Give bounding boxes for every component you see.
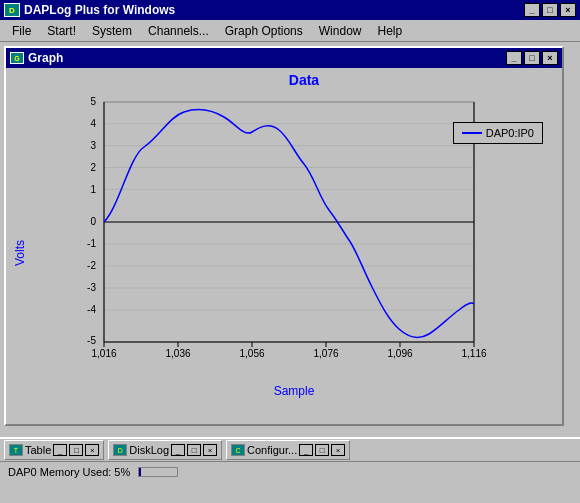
menu-window[interactable]: Window: [311, 22, 370, 40]
chart-title: Data: [50, 72, 558, 88]
disklog-icon: D: [113, 444, 127, 456]
status-progress-bar: [138, 467, 178, 477]
taskbar-table[interactable]: T Table _ □ ×: [4, 440, 104, 460]
chart-container: Volts DAP0:IP0: [10, 92, 558, 424]
graph-title-controls: _ □ ×: [506, 51, 558, 65]
disklog-restore-btn[interactable]: □: [187, 444, 201, 456]
legend-line: [462, 132, 482, 134]
config-restore-btn[interactable]: □: [315, 444, 329, 456]
status-progress-fill: [139, 468, 141, 476]
svg-text:-2: -2: [87, 260, 96, 271]
graph-minimize-button[interactable]: _: [506, 51, 522, 65]
config-icon: C: [231, 444, 245, 456]
close-button[interactable]: ×: [560, 3, 576, 17]
graph-close-button[interactable]: ×: [542, 51, 558, 65]
menu-file[interactable]: File: [4, 22, 39, 40]
svg-text:-1: -1: [87, 238, 96, 249]
svg-text:5: 5: [90, 96, 96, 107]
disklog-close-btn[interactable]: ×: [203, 444, 217, 456]
table-minimize-btn[interactable]: _: [53, 444, 67, 456]
svg-text:1,036: 1,036: [165, 348, 190, 359]
graph-title-bar: G Graph _ □ ×: [6, 48, 562, 68]
graph-icon: G: [10, 52, 24, 64]
svg-text:1,016: 1,016: [91, 348, 116, 359]
taskbar-config-label: Configur...: [247, 444, 297, 456]
menu-channels[interactable]: Channels...: [140, 22, 217, 40]
taskbar: T Table _ □ × D DiskLog _ □ × C Configur…: [0, 437, 580, 461]
svg-text:1,076: 1,076: [313, 348, 338, 359]
svg-text:1,056: 1,056: [239, 348, 264, 359]
config-minimize-btn[interactable]: _: [299, 444, 313, 456]
svg-text:-3: -3: [87, 282, 96, 293]
menu-help[interactable]: Help: [369, 22, 410, 40]
svg-text:-5: -5: [87, 335, 96, 346]
maximize-button[interactable]: □: [542, 3, 558, 17]
status-bar: DAP0 Memory Used: 5%: [0, 461, 580, 481]
menu-start[interactable]: Start!: [39, 22, 84, 40]
x-axis-label: Sample: [30, 384, 558, 398]
taskbar-disklog[interactable]: D DiskLog _ □ ×: [108, 440, 222, 460]
svg-text:1: 1: [90, 184, 96, 195]
svg-text:4: 4: [90, 118, 96, 129]
svg-text:2: 2: [90, 162, 96, 173]
graph-maximize-button[interactable]: □: [524, 51, 540, 65]
config-close-btn[interactable]: ×: [331, 444, 345, 456]
menu-system[interactable]: System: [84, 22, 140, 40]
menu-graph-options[interactable]: Graph Options: [217, 22, 311, 40]
status-label: DAP0 Memory Used: 5%: [8, 466, 130, 478]
table-icon: T: [9, 444, 23, 456]
svg-text:3: 3: [90, 140, 96, 151]
y-axis-label: Volts: [10, 112, 30, 394]
graph-content: Data Volts DAP0:IP0: [6, 68, 562, 428]
table-close-btn[interactable]: ×: [85, 444, 99, 456]
svg-text:0: 0: [90, 216, 96, 227]
taskbar-table-label: Table: [25, 444, 51, 456]
main-area: G Graph _ □ × Data Volts DAP0:IP0: [0, 42, 580, 437]
title-bar-controls: _ □ ×: [524, 3, 576, 17]
app-icon: D: [4, 3, 20, 17]
svg-text:1,116: 1,116: [461, 348, 486, 359]
svg-text:-4: -4: [87, 304, 96, 315]
taskbar-disklog-label: DiskLog: [129, 444, 169, 456]
graph-window: G Graph _ □ × Data Volts DAP0:IP0: [4, 46, 564, 426]
menu-bar: File Start! System Channels... Graph Opt…: [0, 20, 580, 42]
graph-title: Graph: [28, 51, 63, 65]
app-title-bar: D DAPLog Plus for Windows _ □ ×: [0, 0, 580, 20]
minimize-button[interactable]: _: [524, 3, 540, 17]
svg-text:1,096: 1,096: [387, 348, 412, 359]
legend-label: DAP0:IP0: [486, 127, 534, 139]
taskbar-config[interactable]: C Configur... _ □ ×: [226, 440, 350, 460]
chart-legend: DAP0:IP0: [453, 122, 543, 144]
app-title: DAPLog Plus for Windows: [24, 3, 175, 17]
disklog-minimize-btn[interactable]: _: [171, 444, 185, 456]
table-restore-btn[interactable]: □: [69, 444, 83, 456]
